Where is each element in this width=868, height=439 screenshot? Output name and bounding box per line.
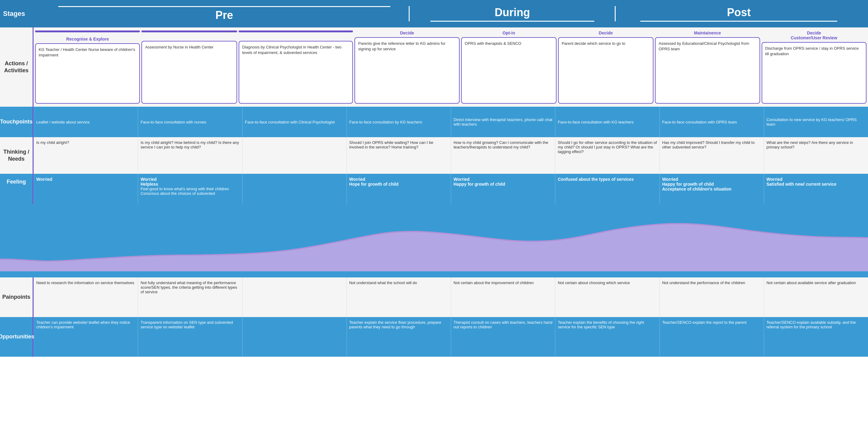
pp-cell-5: Not certain about the improvement of chi…: [451, 277, 555, 317]
pp-cell-1: Need to research the information on serv…: [33, 277, 138, 317]
action-box-3: Diagnosis by Clinical Psychologist in He…: [239, 41, 353, 104]
pp-cell-6: Not certain about choosing which service: [555, 277, 659, 317]
f-cell-7: WorriedHappy for growth of childAcceptan…: [659, 174, 764, 204]
stage-during: During: [495, 6, 530, 19]
pp-cell-7: Not understand the performance of the ch…: [659, 277, 764, 317]
f-cell-1: Worried: [33, 174, 138, 204]
opp-cell-4: Teacher explain the service flow/ proced…: [346, 317, 451, 357]
thinking-row: Thinking / Needs Is my child alright? Is…: [0, 137, 868, 174]
f-cell-8: WorriedSatisfied with new/ current servi…: [764, 174, 868, 204]
opp-cell-3: [242, 317, 346, 357]
thinking-cells: Is my child alright? Is my child alright…: [33, 137, 868, 174]
th-cell-5: How is my child growing? Can I communica…: [451, 137, 555, 174]
actions-cells: Recognise & Explore KG Teacher / Health …: [33, 27, 868, 107]
phase-label-8: Decide Customer/User Review: [762, 30, 866, 40]
f-cell-4: WorriedHope for growth of child: [346, 174, 451, 204]
action-box-2: Assessment by Nurse in Health Center: [142, 41, 237, 104]
feeling-cells: Worried WorriedHelpless Feel good to kno…: [33, 174, 868, 204]
opportunities-label: Opportunities: [0, 317, 33, 357]
opp-cell-2: Transparent information on SEN type and …: [138, 317, 242, 357]
actions-label: Actions /Activities: [0, 27, 33, 107]
opp-cell-1: Teacher can provide website/ leaflet whe…: [33, 317, 138, 357]
phase-label-1: Recognise & Explore: [35, 36, 140, 41]
action-cell-2: Assessment by Nurse in Health Center: [142, 30, 237, 104]
phase-label-6: Decide: [558, 30, 653, 35]
action-cell-5: Opt-in OPRS with therapists & SENCO: [461, 30, 557, 104]
stages-label: Stages: [0, 0, 33, 27]
action-box-4: Parents give the reference letter to KG …: [354, 37, 459, 104]
tp-cell-1: Leaflet / website about service: [33, 107, 138, 137]
action-cell-7: Maintainence Assessed by Educational/Cli…: [655, 30, 760, 104]
painpoints-cells: Need to research the information on serv…: [33, 277, 868, 317]
tp-cell-4: Face-to-face consultation by KG teachers: [346, 107, 451, 137]
pp-cell-4: Not understand what the school will do: [346, 277, 451, 317]
opportunities-row: Opportunities Teacher can provide websit…: [0, 317, 868, 357]
action-box-7: Assessed by Educational/Clinical Psychol…: [655, 37, 760, 104]
tp-cell-6: Face-to-face consultation with KG teache…: [555, 107, 659, 137]
phase-label-4: Decide: [354, 30, 459, 35]
phase-label-5: Opt-in: [461, 30, 557, 35]
action-cell-3: Diagnosis by Clinical Psychologist in He…: [239, 30, 353, 104]
painpoints-row: Painpoints Need to research the informat…: [0, 277, 868, 317]
action-box-5: OPRS with therapists & SENCO: [461, 37, 557, 104]
th-cell-1: Is my child alright?: [33, 137, 138, 174]
opportunities-cells: Teacher can provide website/ leaflet whe…: [33, 317, 868, 357]
opp-cell-7: Teacher/SENCO explain the report to the …: [659, 317, 764, 357]
th-cell-4: Should I join OPRS while waiting? How ca…: [346, 137, 451, 174]
touchpoints-row: Touchpoints Leaflet / website about serv…: [0, 107, 868, 137]
touchpoints-label: Touchpoints: [0, 107, 33, 137]
th-cell-8: What are the next steps? Are there any s…: [764, 137, 868, 174]
opp-cell-5: Therapist consult on cases with teachers…: [451, 317, 555, 357]
opp-cell-6: Teacher explain the benefits of choosing…: [555, 317, 659, 357]
tp-cell-8: Consultation to new service by KG teache…: [764, 107, 868, 137]
stage-pre: Pre: [215, 9, 233, 22]
pp-cell-2: Not fully understand what meaning of the…: [138, 277, 242, 317]
action-cell-4: Decide Parents give the reference letter…: [354, 30, 459, 104]
feeling-top: Feeling Worried WorriedHelpless Feel goo…: [0, 174, 868, 204]
f-cell-3: [242, 174, 346, 204]
thinking-label: Thinking / Needs: [0, 137, 33, 174]
tp-cell-7: Face-to-face consultation with OPRS team: [659, 107, 764, 137]
actions-row: Actions /Activities Recognise & Explore …: [0, 27, 868, 107]
action-box-6: Parent decide which service to go to: [558, 37, 653, 104]
customer-journey-map: Stages Pre During Post Actions /Activiti…: [0, 0, 868, 439]
tp-cell-3: Face-to-face consultation with Clinical …: [242, 107, 346, 137]
th-cell-7: Has my child improved? Should I transfer…: [659, 137, 764, 174]
f-cell-6: Confused about the types of services: [555, 174, 659, 204]
painpoints-label: Painpoints: [0, 277, 33, 317]
phase-label-7: Maintainence: [655, 30, 760, 35]
feeling-label: Feeling: [0, 174, 33, 204]
action-cell-1: Recognise & Explore KG Teacher / Health …: [35, 30, 140, 104]
th-cell-3: [242, 137, 346, 174]
f-cell-5: WorriedHappy for growth of child: [451, 174, 555, 204]
f-cell-2: WorriedHelpless Feel good to know what's…: [138, 174, 242, 204]
th-cell-6: Should I go for other service according …: [555, 137, 659, 174]
tp-cell-2: Face-to-face consultation with nurses: [138, 107, 242, 137]
tp-cell-5: Direct interview with therapist/ teacher…: [451, 107, 555, 137]
action-box-8: Discharge from OPRS service / stay in OP…: [762, 42, 866, 104]
stages-row: Stages Pre During Post: [0, 0, 868, 27]
action-box-1: KG Teacher / Health Center Nurse beware …: [35, 43, 140, 104]
action-cell-8: Decide Customer/User Review Discharge fr…: [762, 30, 866, 104]
th-cell-2: Is my child alright? How behind is my ch…: [138, 137, 242, 174]
feeling-wave: [0, 204, 868, 271]
stage-post: Post: [727, 6, 751, 19]
feeling-row: Feeling Worried WorriedHelpless Feel goo…: [0, 174, 868, 277]
pp-cell-3: [242, 277, 346, 317]
action-cell-6: Decide Parent decide which service to go…: [558, 30, 653, 104]
pp-cell-8: Not certain about available service afte…: [764, 277, 868, 317]
opp-cell-8: Teacher/SENCO explain available subsidy,…: [764, 317, 868, 357]
touchpoints-cells: Leaflet / website about service Face-to-…: [33, 107, 868, 137]
